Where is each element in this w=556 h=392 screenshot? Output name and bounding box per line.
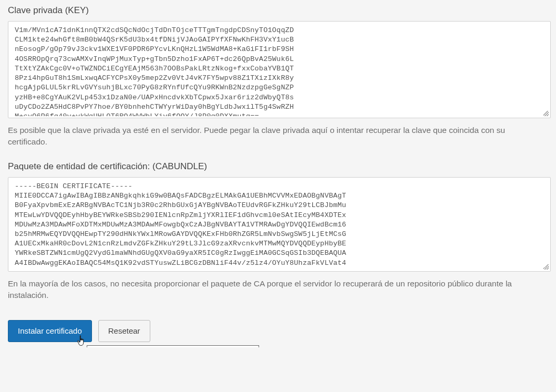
- private-key-textarea-wrap: [8, 21, 551, 118]
- reset-button[interactable]: Resetear: [98, 320, 150, 342]
- cabundle-label: Paquete de entidad de certificación: (CA…: [8, 161, 551, 172]
- install-certificate-button[interactable]: Instalar certificado: [8, 320, 92, 342]
- private-key-label: Clave privada (KEY): [8, 5, 551, 16]
- private-key-section: Clave privada (KEY) Es posible que la cl…: [8, 5, 551, 148]
- cabundle-textarea-wrap: [8, 177, 551, 272]
- cabundle-textarea[interactable]: [8, 178, 550, 270]
- private-key-textarea[interactable]: [8, 22, 550, 116]
- cabundle-help: En la mayoría de los casos, no necesita …: [8, 278, 512, 302]
- button-row: Instalar certificado Resetear Haga clic …: [8, 320, 551, 342]
- private-key-help: Es posible que la clave privada ya esté …: [8, 125, 512, 148]
- install-tooltip: Haga clic para instalar el certificado e…: [87, 345, 259, 347]
- cabundle-section: Paquete de entidad de certificación: (CA…: [8, 161, 551, 302]
